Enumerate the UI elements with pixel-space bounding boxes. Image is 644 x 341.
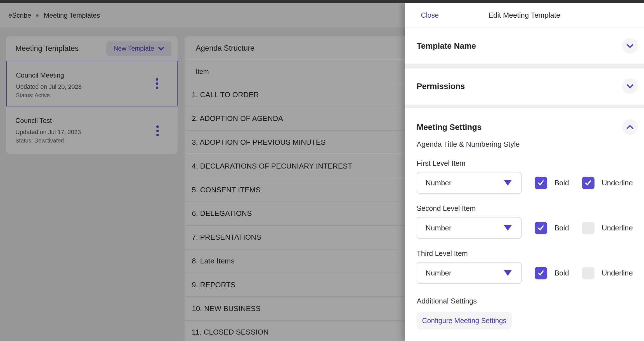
section-permissions[interactable]: Permissions (405, 68, 644, 105)
window-top-strip (0, 0, 644, 3)
additional-settings-label: Additional Settings (417, 297, 633, 305)
drawer-header: Close Edit Meeting Template (405, 3, 644, 27)
third-level-numbering-select[interactable]: Number (417, 262, 522, 284)
edit-meeting-template-drawer: Close Edit Meeting Template Template Nam… (405, 3, 644, 341)
chevron-down-icon[interactable] (622, 78, 638, 94)
third-level-bold-checkbox[interactable] (535, 267, 547, 279)
third-level-item-label: Third Level Item (417, 249, 633, 258)
underline-label: Underline (602, 269, 633, 277)
first-level-item-label: First Level Item (417, 159, 633, 167)
second-level-bold-checkbox[interactable] (535, 222, 547, 234)
chevron-down-icon[interactable] (622, 38, 638, 54)
first-level-numbering-select[interactable]: Number (417, 172, 522, 194)
bold-label: Bold (555, 269, 569, 277)
numbering-style-subtitle: Agenda Title & Numbering Style (417, 140, 633, 149)
second-level-underline-checkbox[interactable] (582, 222, 595, 234)
section-template-name[interactable]: Template Name (405, 27, 644, 64)
second-level-item-label: Second Level Item (417, 204, 633, 212)
close-button[interactable]: Close (421, 11, 439, 19)
section-divider (405, 105, 644, 108)
underline-label: Underline (602, 224, 633, 232)
first-level-row: Number Bold Underline (417, 172, 633, 194)
section-template-name-label: Template Name (417, 41, 476, 51)
section-meeting-settings: Meeting Settings Agenda Title & Numberin… (405, 108, 644, 341)
caret-down-icon (504, 225, 512, 231)
bold-label: Bold (555, 179, 569, 187)
bold-label: Bold (555, 224, 569, 232)
second-level-numbering-select[interactable]: Number (417, 217, 522, 239)
underline-label: Underline (602, 179, 633, 187)
drawer-title: Edit Meeting Template (489, 11, 560, 20)
configure-meeting-settings-button[interactable]: Configure Meeting Settings (417, 312, 512, 330)
caret-down-icon (504, 180, 512, 186)
select-value: Number (426, 224, 451, 232)
meeting-settings-label: Meeting Settings (417, 123, 482, 132)
caret-down-icon (504, 270, 512, 276)
section-divider (405, 64, 644, 68)
first-level-underline-checkbox[interactable] (582, 177, 595, 189)
section-permissions-label: Permissions (417, 82, 465, 91)
select-value: Number (426, 269, 451, 277)
third-level-row: Number Bold Underline (417, 262, 633, 284)
third-level-underline-checkbox[interactable] (582, 267, 595, 279)
first-level-bold-checkbox[interactable] (535, 177, 547, 189)
modal-dim-overlay[interactable] (0, 3, 405, 341)
meeting-settings-header[interactable]: Meeting Settings (417, 119, 633, 136)
chevron-up-icon[interactable] (622, 119, 638, 135)
select-value: Number (426, 179, 451, 187)
second-level-row: Number Bold Underline (417, 217, 633, 239)
